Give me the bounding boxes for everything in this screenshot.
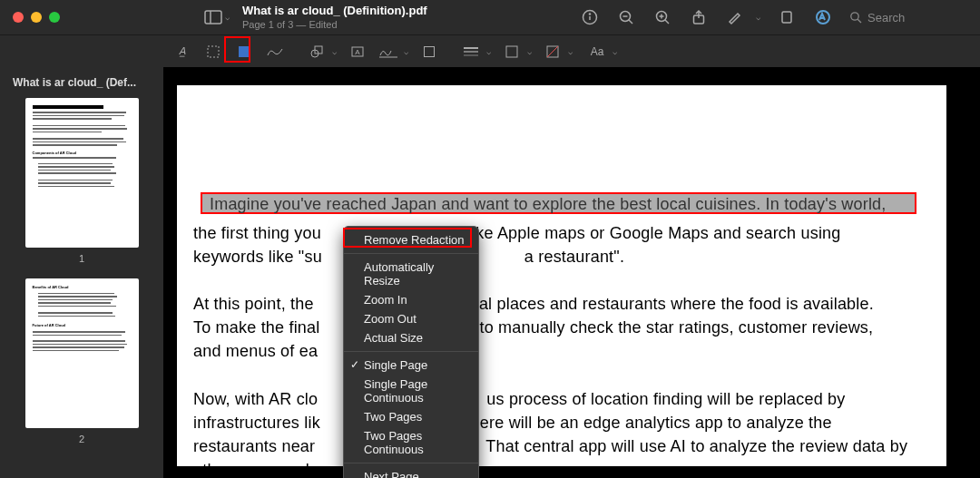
chevron-down-icon[interactable]: ⌵ xyxy=(756,13,760,22)
tool-sketch-icon[interactable] xyxy=(265,42,285,62)
zoom-in-icon[interactable] xyxy=(652,7,672,27)
menu-zoom-in[interactable]: Zoom In xyxy=(344,290,478,309)
chevron-down-icon[interactable]: ⌵ xyxy=(568,47,573,56)
menu-two-pages-continuous[interactable]: Two Pages Continuous xyxy=(344,426,478,459)
tool-sign-icon[interactable] xyxy=(378,42,398,62)
traffic-lights xyxy=(13,12,60,23)
menu-zoom-out[interactable]: Zoom Out xyxy=(344,309,478,328)
thumbnail-number-1: 1 xyxy=(79,253,84,264)
zoom-out-icon[interactable] xyxy=(616,7,636,27)
svg-line-31 xyxy=(547,46,558,57)
svg-line-17 xyxy=(858,19,861,23)
thumbnail-1[interactable]: Components of AR Cloud 1 xyxy=(13,98,151,264)
titlebar: ⌵ What is ar cloud_ (Definition).pdf Pag… xyxy=(0,0,980,34)
sidebar-toggle-button[interactable] xyxy=(203,7,223,27)
thumbnail-2[interactable]: Benefits of AR Cloud Future of AR Cloud … xyxy=(13,278,151,444)
svg-line-6 xyxy=(629,20,632,24)
chevron-down-icon[interactable]: ⌵ xyxy=(404,47,408,56)
tool-stroke-icon[interactable] xyxy=(461,42,481,62)
document-subtitle: Page 1 of 3 — Edited xyxy=(242,19,427,31)
pdf-page[interactable]: Imagine you've reached Japan and want to… xyxy=(177,85,946,466)
menu-auto-resize[interactable]: Automatically Resize xyxy=(344,258,478,290)
tool-shapes-icon[interactable] xyxy=(307,42,327,62)
menu-single-page[interactable]: ✓Single Page xyxy=(344,356,478,375)
window-zoom-button[interactable] xyxy=(49,12,60,23)
tool-font-icon[interactable]: Aa xyxy=(587,42,607,62)
title-wrap: What is ar cloud_ (Definition).pdf Page … xyxy=(242,5,427,31)
search-field[interactable]: Search xyxy=(849,11,967,24)
thumbnail-number-2: 2 xyxy=(79,434,84,444)
markup-toolbar: A̲ ⌵ A ⌵ ⌵ ⌵ ⌵ Aa ⌵ xyxy=(0,34,980,67)
svg-point-16 xyxy=(851,13,858,20)
sidebar-title: What is ar cloud_ (Def... xyxy=(13,76,151,89)
menu-separator xyxy=(344,463,478,463)
window-minimize-button[interactable] xyxy=(31,12,42,23)
thumbnail-sidebar: What is ar cloud_ (Def... Components of … xyxy=(0,67,163,478)
svg-rect-25 xyxy=(425,46,435,56)
menu-single-page-continuous[interactable]: Single Page Continuous xyxy=(344,375,478,407)
chevron-down-icon[interactable]: ⌵ xyxy=(225,13,230,22)
context-menu: Remove Redaction Automatically Resize Zo… xyxy=(343,226,479,478)
menu-two-pages[interactable]: Two Pages xyxy=(344,407,478,426)
svg-rect-14 xyxy=(782,12,791,23)
svg-point-4 xyxy=(589,14,590,15)
chevron-down-icon[interactable]: ⌵ xyxy=(527,47,532,56)
svg-line-9 xyxy=(665,20,669,24)
redaction-highlight[interactable]: Imagine you've reached Japan and want to… xyxy=(201,192,916,214)
markup-icon[interactable] xyxy=(813,7,833,27)
menu-separator xyxy=(344,253,478,254)
chevron-down-icon[interactable]: ⌵ xyxy=(332,47,337,56)
share-icon[interactable] xyxy=(689,7,709,27)
menu-actual-size[interactable]: Actual Size xyxy=(344,328,478,347)
title-tools: ⌵ Search xyxy=(580,0,967,34)
content-area: Imagine you've reached Japan and want to… xyxy=(163,67,980,478)
highlight-icon[interactable] xyxy=(725,7,745,27)
check-icon: ✓ xyxy=(350,358,359,371)
menu-next-page[interactable]: Next Page xyxy=(344,467,478,478)
paragraph-3: Now, with AR clous process of location f… xyxy=(193,387,930,478)
svg-rect-0 xyxy=(205,11,221,24)
document-title: What is ar cloud_ (Definition).pdf xyxy=(242,5,427,18)
menu-separator xyxy=(344,351,478,352)
info-icon[interactable] xyxy=(580,7,600,27)
tool-textbox-icon[interactable]: A xyxy=(348,42,368,62)
annotation-highlight-tool xyxy=(224,36,250,63)
tool-fill-color-icon[interactable] xyxy=(543,42,563,62)
tool-text-icon[interactable]: A̲ xyxy=(172,42,192,62)
chevron-down-icon[interactable]: ⌵ xyxy=(486,47,491,56)
rotate-icon[interactable] xyxy=(777,7,797,27)
svg-text:A: A xyxy=(355,48,360,56)
chevron-down-icon[interactable]: ⌵ xyxy=(612,47,617,56)
svg-rect-29 xyxy=(506,46,517,57)
menu-remove-redaction[interactable]: Remove Redaction xyxy=(344,230,478,249)
svg-rect-18 xyxy=(208,46,219,57)
search-placeholder: Search xyxy=(867,11,905,24)
tool-selection-icon[interactable] xyxy=(203,42,223,62)
tool-note-icon[interactable] xyxy=(419,42,439,62)
window-close-button[interactable] xyxy=(13,12,24,23)
paragraph-2: At this point, theral places and restaur… xyxy=(193,292,930,363)
tool-border-color-icon[interactable] xyxy=(502,42,522,62)
